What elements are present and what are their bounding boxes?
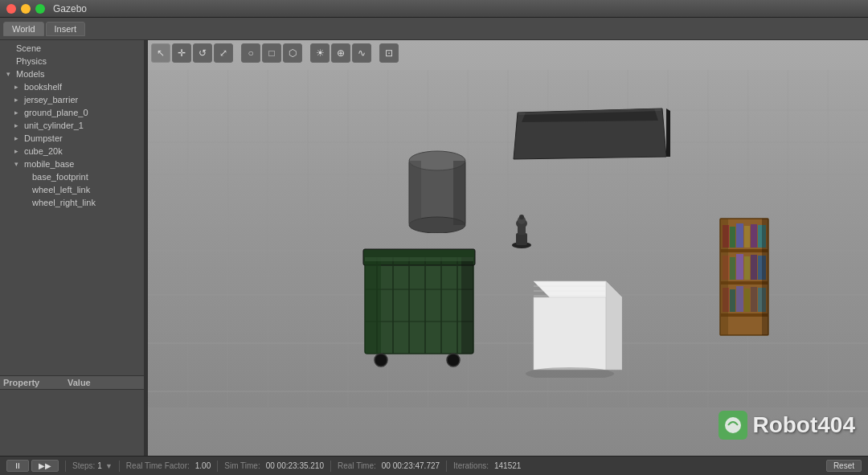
tree-label-physics: Physics: [16, 56, 47, 66]
screenshot-tool-button[interactable]: ⊡: [379, 43, 399, 63]
svg-rect-57: [534, 297, 606, 370]
pause-button[interactable]: ⏸: [6, 460, 29, 472]
play-button[interactable]: ▶▶: [31, 460, 59, 472]
properties-panel: Property Value: [0, 375, 144, 456]
tree-label-ground_plane_0: ground_plane_0: [24, 108, 88, 117]
svg-point-40: [519, 215, 524, 219]
sidebar-item-jersey_barrier[interactable]: ▸jersey_barrier: [0, 93, 144, 106]
app-title: Gazebo: [53, 3, 87, 14]
unit-cylinder-model[interactable]: [405, 145, 469, 225]
rotate-tool-button[interactable]: ↺: [193, 43, 212, 63]
svg-rect-77: [751, 255, 757, 280]
sidebar-item-ground_plane_0[interactable]: ▸ground_plane_0: [0, 106, 144, 119]
sidebar-item-wheel_right_link[interactable]: wheel_right_link: [0, 196, 144, 209]
svg-rect-71: [751, 224, 757, 248]
points-tool-button[interactable]: ∿: [352, 43, 371, 63]
mobile-base-model[interactable]: [510, 209, 534, 245]
svg-rect-83: [751, 287, 757, 312]
sphere-tool-button[interactable]: ○: [241, 43, 260, 63]
main-content: World Insert ScenePhysics▾Models▸bookshe…: [0, 18, 868, 475]
watermark: Robot404: [719, 411, 855, 440]
sidebar-item-base_footprint[interactable]: base_footprint: [0, 170, 144, 183]
svg-rect-54: [461, 257, 473, 354]
dumpster-model[interactable]: [361, 241, 481, 370]
minimize-button[interactable]: [21, 4, 31, 14]
tree-label-cube_20k: cube_20k: [24, 146, 63, 156]
iterations-indicator: Iterations: 141521: [453, 461, 521, 470]
steps-indicator: Steps: 1 ▼: [72, 461, 113, 470]
svg-rect-82: [744, 289, 750, 312]
svg-rect-68: [730, 227, 735, 248]
sidebar-item-bookshelf[interactable]: ▸bookshelf: [0, 80, 144, 93]
tree-label-wheel_left_link: wheel_left_link: [32, 185, 90, 195]
svg-rect-75: [736, 254, 743, 280]
sim-time-label: Sim Time:: [224, 461, 260, 470]
maximize-button[interactable]: [35, 4, 45, 14]
svg-rect-70: [744, 226, 750, 248]
svg-rect-53: [365, 257, 381, 354]
select-tool-button[interactable]: ↖: [151, 43, 170, 63]
iterations-label: Iterations:: [453, 461, 489, 470]
svg-marker-58: [606, 281, 622, 370]
viewport[interactable]: ↖ ✛ ↺ ⤢ ○ □ ⬡ ☀ ⊕ ∿ ⊡: [148, 40, 868, 456]
svg-rect-33: [409, 161, 421, 225]
translate-tool-button[interactable]: ✛: [172, 43, 191, 63]
svg-point-87: [725, 417, 741, 433]
sidebar-item-physics[interactable]: Physics: [0, 55, 144, 68]
svg-rect-34: [453, 161, 465, 225]
sun-tool-button[interactable]: ☀: [310, 43, 330, 63]
svg-rect-80: [730, 289, 735, 312]
real-time-indicator: Real Time: 00 00:23:47.727: [338, 461, 440, 470]
tree-arrow-models: ▾: [6, 70, 14, 78]
svg-rect-86: [762, 219, 768, 335]
sim-time-indicator: Sim Time: 00 00:23:35.210: [224, 461, 324, 470]
tree-arrow-ground_plane_0: ▸: [14, 109, 23, 117]
realtime-factor-indicator: Real Time Factor: 1.00: [126, 461, 211, 470]
tree-arrow-cube_20k: ▸: [14, 147, 23, 155]
close-button[interactable]: [6, 4, 16, 14]
bookshelf-model[interactable]: [719, 217, 775, 338]
scene-canvas: ↖ ✛ ↺ ⤢ ○ □ ⬡ ☀ ⊕ ∿ ⊡: [148, 40, 868, 456]
sidebar-item-unit_cylinder_1[interactable]: ▸unit_cylinder_1: [0, 119, 144, 132]
tree-arrow-unit_cylinder_1: ▸: [14, 121, 23, 129]
sidebar-item-models[interactable]: ▾Models: [0, 68, 144, 80]
svg-point-51: [375, 354, 387, 366]
cylinder-tool-button[interactable]: ⬡: [283, 43, 302, 63]
tree-label-wheel_right_link: wheel_right_link: [32, 198, 96, 207]
statusbar: ⏸ ▶▶ Steps: 1 ▼ Real Time Factor: 1.00 S…: [0, 456, 868, 475]
tree-label-jersey_barrier: jersey_barrier: [24, 95, 78, 104]
svg-rect-81: [736, 286, 743, 312]
svg-rect-36: [516, 233, 527, 245]
real-time-value: 00 00:23:47.727: [382, 461, 440, 470]
tab-world[interactable]: World: [3, 22, 44, 36]
jersey-barrier-model[interactable]: [510, 104, 670, 161]
tree-label-scene: Scene: [16, 43, 41, 53]
svg-marker-28: [666, 109, 670, 157]
box-tool-button[interactable]: □: [262, 43, 281, 63]
sidebar: ScenePhysics▾Models▸bookshelf▸jersey_bar…: [0, 40, 145, 456]
tree-arrow-bookshelf: ▸: [14, 83, 23, 91]
sidebar-item-mobile_base[interactable]: ▾mobile_base: [0, 158, 144, 170]
titlebar: Gazebo: [0, 0, 868, 18]
reset-button[interactable]: Reset: [826, 460, 862, 472]
sidebar-item-dumpster[interactable]: ▸Dumpster: [0, 132, 144, 145]
sidebar-tree: ScenePhysics▾Models▸bookshelf▸jersey_bar…: [0, 40, 144, 375]
tab-insert[interactable]: Insert: [46, 22, 86, 36]
scale-tool-button[interactable]: ⤢: [214, 43, 233, 63]
sidebar-item-cube_20k[interactable]: ▸cube_20k: [0, 145, 144, 158]
props-col-property: Property: [3, 378, 68, 387]
realtime-factor-label: Real Time Factor:: [126, 461, 190, 470]
svg-rect-69: [736, 223, 743, 248]
tree-arrow-dumpster: ▸: [14, 134, 23, 142]
sidebar-item-wheel_left_link[interactable]: wheel_left_link: [0, 183, 144, 196]
spotlight-tool-button[interactable]: ⊕: [331, 43, 350, 63]
tab-bar: World Insert: [0, 18, 868, 40]
tree-arrow-mobile_base: ▾: [14, 160, 23, 168]
tree-arrow-jersey_barrier: ▸: [14, 96, 23, 104]
tree-label-base_footprint: base_footprint: [32, 172, 88, 182]
cube-20k-model[interactable]: [518, 265, 622, 370]
sidebar-item-scene[interactable]: Scene: [0, 42, 144, 55]
real-time-label: Real Time:: [338, 461, 376, 470]
watermark-label: Robot404: [752, 412, 855, 438]
svg-rect-55: [365, 257, 473, 261]
